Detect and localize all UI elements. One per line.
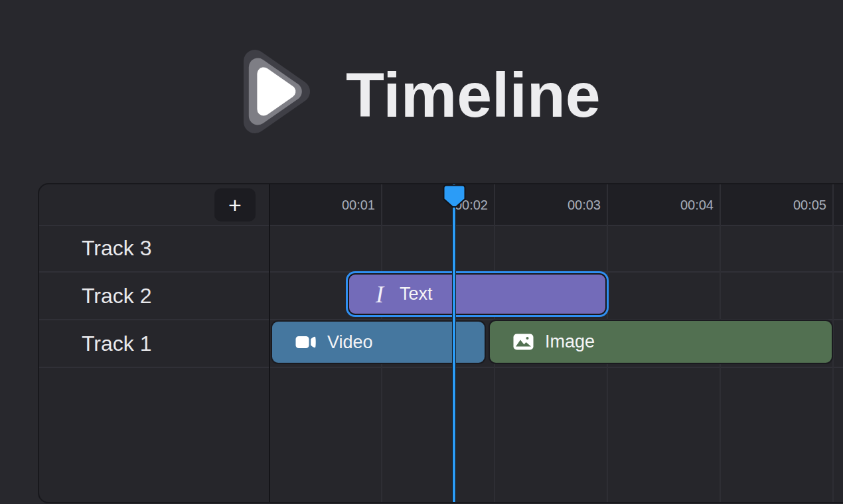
page-title: Timeline xyxy=(346,64,601,127)
clip-label: Image xyxy=(545,332,595,352)
track-header-track-1[interactable]: Track 1 xyxy=(39,320,269,367)
ruler-tick-label: 00:01 xyxy=(309,184,375,225)
clip-label: Video xyxy=(327,332,373,353)
track-label: Track 3 xyxy=(82,225,152,271)
timeline-panel: + Track 3 Track 2 Track 1 00:01 00:02 00… xyxy=(38,183,843,503)
clip-text[interactable]: I Text xyxy=(349,275,605,314)
playhead-handle[interactable] xyxy=(443,184,466,211)
page-background: { "brand": { "title": "Timeline", "logo_… xyxy=(0,0,843,504)
track-sidebar: + Track 3 Track 2 Track 1 xyxy=(39,184,269,502)
image-icon xyxy=(513,334,534,350)
track-label: Track 2 xyxy=(82,273,152,319)
plus-icon: + xyxy=(228,192,242,218)
add-track-button[interactable]: + xyxy=(214,188,256,221)
ruler-tick-label: 00:05 xyxy=(760,184,826,225)
time-ruler[interactable]: 00:01 00:02 00:03 00:04 00:05 xyxy=(270,184,843,225)
timeline-lanes: 00:01 00:02 00:03 00:04 00:05 I Text xyxy=(270,184,843,502)
track-header-track-2[interactable]: Track 2 xyxy=(39,273,269,319)
track-label: Track 1 xyxy=(82,320,152,367)
video-camera-icon xyxy=(295,335,317,349)
clip-label: Text xyxy=(400,284,433,304)
ruler-tick-label: 00:03 xyxy=(534,184,601,225)
app-logo-play-icon xyxy=(235,45,312,141)
track-header-track-3[interactable]: Track 3 xyxy=(39,225,269,271)
playhead-line xyxy=(452,184,456,502)
text-italic-icon: I xyxy=(376,283,384,306)
ruler-tick-label: 00:04 xyxy=(647,184,714,225)
ruler-gridline xyxy=(832,184,834,502)
sidebar-divider xyxy=(269,184,270,502)
clip-image[interactable]: Image xyxy=(490,321,832,363)
